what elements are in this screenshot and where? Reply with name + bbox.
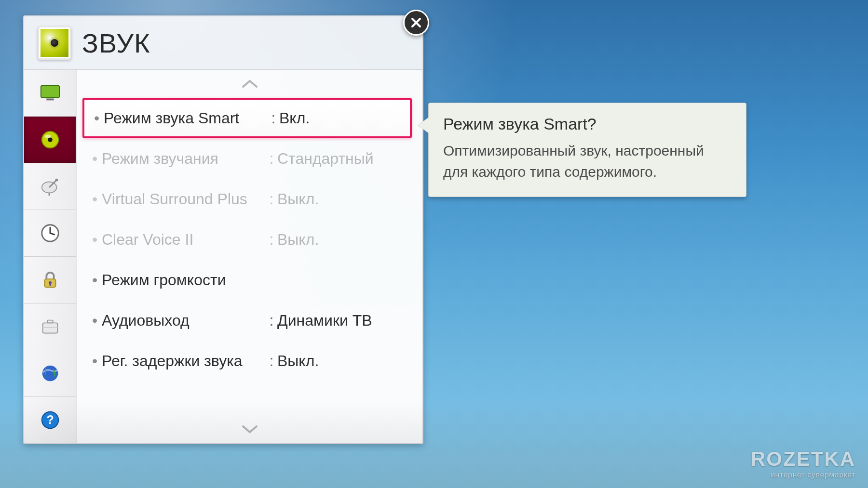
bullet-icon: •	[92, 232, 102, 247]
svg-rect-15	[49, 283, 51, 286]
row-label: Clear Voice II	[102, 231, 266, 249]
dish-icon	[36, 172, 64, 200]
svg-rect-0	[41, 86, 59, 98]
row-label: Virtual Surround Plus	[102, 190, 266, 208]
watermark-main: ROZETKA	[751, 448, 855, 471]
row-label: Рег. задержки звука	[102, 352, 266, 370]
row-volume-mode[interactable]: • Режим громкости	[82, 260, 412, 300]
settings-window: ЗВУК	[23, 15, 423, 444]
row-sound-mode[interactable]: • Режим звучания : Стандартный	[82, 138, 412, 179]
row-colon: :	[268, 109, 279, 127]
row-colon: :	[266, 150, 277, 168]
row-value: Динамики ТВ	[277, 312, 372, 330]
sound-icon	[38, 26, 71, 60]
sidebar-item-channel[interactable]	[24, 163, 76, 210]
chevron-up-icon	[240, 77, 259, 91]
row-audio-delay[interactable]: • Рег. задержки звука : Выкл.	[82, 341, 412, 381]
help-tooltip: Режим звука Smart? Оптимизированный звук…	[428, 103, 746, 197]
row-clear-voice[interactable]: • Clear Voice II : Выкл.	[82, 219, 412, 260]
screen-icon	[36, 79, 64, 107]
scroll-down-button[interactable]	[77, 415, 422, 443]
row-colon: :	[266, 231, 277, 249]
row-colon: :	[266, 312, 277, 330]
bullet-icon: •	[92, 353, 102, 369]
row-label: Аудиовыход	[102, 312, 266, 330]
svg-rect-18	[42, 327, 57, 328]
sidebar-item-network[interactable]	[24, 350, 76, 397]
sidebar-item-lock[interactable]	[24, 257, 76, 303]
row-value: Выкл.	[277, 231, 319, 249]
window-title: ЗВУК	[82, 27, 150, 59]
sound-icon	[36, 126, 64, 154]
row-label: Режим громкости	[102, 271, 266, 289]
sidebar-item-general[interactable]	[24, 303, 76, 350]
sidebar-item-help[interactable]: ?	[24, 397, 76, 443]
bullet-icon: •	[94, 110, 104, 126]
close-icon	[410, 17, 422, 28]
row-colon: :	[266, 190, 277, 208]
settings-list-panel: • Режим звука Smart : Вкл. • Режим звуча…	[76, 70, 422, 443]
row-value: Вкл.	[279, 109, 310, 127]
svg-point-8	[55, 179, 58, 182]
tooltip-title: Режим звука Smart?	[443, 115, 732, 133]
help-icon: ?	[36, 406, 64, 434]
row-value: Стандартный	[277, 150, 374, 168]
globe-icon	[36, 359, 64, 387]
window-header: ЗВУК	[24, 16, 422, 69]
bullet-icon: •	[92, 272, 102, 288]
row-label: Режим звучания	[102, 150, 266, 168]
svg-text:?: ?	[46, 413, 54, 426]
briefcase-icon	[36, 313, 64, 341]
row-value: Выкл.	[277, 190, 319, 208]
clock-icon	[36, 219, 64, 247]
scroll-up-button[interactable]	[77, 70, 422, 98]
chevron-down-icon	[240, 422, 259, 436]
row-smart-sound-mode[interactable]: • Режим звука Smart : Вкл.	[82, 98, 412, 138]
row-label: Режим звука Smart	[104, 109, 268, 127]
sidebar-item-screen[interactable]	[24, 70, 76, 117]
watermark-sub: интернет супермаркет	[751, 471, 855, 479]
watermark: ROZETKA интернет супермаркет	[751, 448, 855, 479]
settings-list: • Режим звука Smart : Вкл. • Режим звуча…	[77, 98, 422, 415]
window-body: ? • Режим звука Smart : Вкл.	[24, 69, 422, 443]
row-value: Выкл.	[277, 352, 319, 370]
svg-point-19	[42, 366, 58, 382]
row-audio-out[interactable]: • Аудиовыход : Динамики ТВ	[82, 300, 412, 341]
bullet-icon: •	[92, 151, 102, 166]
sidebar: ?	[24, 70, 76, 443]
sidebar-item-time[interactable]	[24, 210, 76, 257]
row-virtual-surround[interactable]: • Virtual Surround Plus : Выкл.	[82, 179, 412, 219]
close-button[interactable]	[403, 10, 429, 36]
bullet-icon: •	[92, 191, 102, 207]
svg-rect-1	[46, 99, 54, 101]
row-colon: :	[266, 352, 277, 370]
svg-point-5	[44, 134, 51, 138]
sidebar-item-sound[interactable]	[24, 117, 76, 163]
bullet-icon: •	[92, 313, 102, 328]
svg-rect-17	[47, 320, 53, 323]
tooltip-body: Оптимизированный звук, настроенный для к…	[443, 140, 732, 182]
lock-icon	[36, 266, 64, 294]
